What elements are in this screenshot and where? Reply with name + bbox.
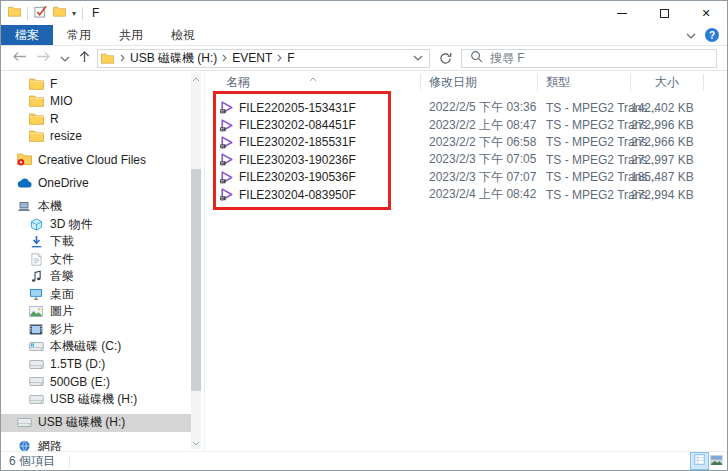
sidebar-item-1-5tb-d-[interactable]: 1.5TB (D:) [1, 356, 191, 374]
sidebar-item--[interactable]: 文件 [1, 251, 191, 269]
scroll-down-icon[interactable] [191, 438, 201, 449]
address-bar[interactable]: USB 磁碟機 (H:)EVENTF [97, 49, 430, 68]
breadcrumb-segment[interactable]: EVENT [230, 51, 274, 65]
qat-dropdown-icon[interactable]: ▾ [72, 9, 76, 18]
sidebar-scrollbar[interactable] [191, 74, 201, 449]
search-input[interactable] [490, 51, 716, 65]
sidebar-item--[interactable]: 圖片 [1, 303, 191, 321]
back-icon[interactable] [12, 51, 27, 65]
properties-checkbox-icon[interactable] [34, 5, 47, 21]
file-row[interactable]: FILE230204-083950F2023/2/4 上午 08:42TS - … [205, 186, 727, 203]
file-name-cell[interactable]: FILE230202-185531F [205, 135, 421, 149]
ribbon-tab-4[interactable]: 檢視 [157, 25, 209, 45]
up-icon[interactable] [79, 50, 90, 66]
sidebar-item-resize[interactable]: resize [1, 128, 191, 146]
usb-drive-icon [16, 418, 32, 427]
forward-icon[interactable] [36, 51, 51, 65]
scrollbar-thumb[interactable] [191, 169, 201, 391]
file-name: FILE230203-190536F [239, 170, 356, 184]
scroll-up-icon[interactable] [191, 74, 201, 85]
toolbar-separator [27, 7, 28, 20]
breadcrumb-segment[interactable]: USB 磁碟機 (H:) [128, 50, 219, 67]
refresh-icon[interactable] [430, 52, 461, 65]
ribbon-tab-1[interactable]: 檔案 [1, 25, 53, 45]
file-name-cell[interactable]: FILE230203-190236F [205, 153, 421, 167]
file-list-pane: 名稱 修改日期 類型 大小 FILE220205-153431F2022/2/5… [204, 72, 727, 451]
sidebar-item-500gb-e-[interactable]: 500GB (E:) [1, 373, 191, 391]
sidebar-item--c-[interactable]: 本機磁碟 (C:) [1, 338, 191, 356]
sidebar-item-mio[interactable]: MIO [1, 93, 191, 111]
sidebar-item-label: 文件 [50, 251, 74, 268]
sidebar-item-onedrive[interactable]: OneDrive [1, 175, 191, 193]
new-folder-icon[interactable] [53, 6, 66, 20]
sidebar-item-f[interactable]: F [1, 75, 191, 93]
sidebar-item-label: 音樂 [50, 268, 74, 285]
usb-drive-icon [28, 395, 44, 404]
file-row[interactable]: FILE220205-153431F2022/2/5 下午 03:36TS - … [205, 99, 727, 116]
thumbnail-view-button[interactable] [708, 453, 725, 469]
disk-icon [28, 377, 44, 386]
column-header-name[interactable]: 名稱 [205, 74, 421, 91]
file-size: 272,996 KB [631, 118, 704, 132]
sidebar-item--[interactable]: 音樂 [1, 268, 191, 286]
sidebar-item-creative-cloud-files[interactable]: Creative Cloud Files [1, 151, 191, 169]
documents-icon [28, 253, 44, 266]
address-dropdown-icon[interactable] [413, 55, 429, 61]
file-name: FILE230204-083950F [239, 188, 356, 202]
file-name-cell[interactable]: FILE230204-083950F [205, 188, 421, 202]
column-header-size[interactable]: 大小 [631, 74, 704, 91]
close-button[interactable]: ✕ [685, 1, 727, 25]
column-header-type[interactable]: 類型 [538, 74, 631, 91]
file-row[interactable]: FILE230203-190236F2023/2/3 下午 07:05TS - … [205, 151, 727, 168]
sidebar-item-3d-[interactable]: 3D 物件 [1, 216, 191, 234]
minimize-button[interactable] [601, 1, 643, 25]
breadcrumb-segment[interactable]: F [285, 51, 296, 65]
sidebar-item-label: 3D 物件 [50, 216, 93, 233]
sidebar-item-usb-h-[interactable]: USB 磁碟機 (H:) [1, 414, 191, 432]
details-view-button[interactable] [691, 453, 708, 469]
file-name-cell[interactable]: FILE230203-190536F [205, 170, 421, 184]
sidebar-item--[interactable]: 本機 [1, 198, 191, 216]
help-icon[interactable]: ? [705, 28, 719, 42]
ribbon-tab-3[interactable]: 共用 [105, 25, 157, 45]
sidebar-item--[interactable]: 下載 [1, 233, 191, 251]
search-box [461, 49, 717, 68]
breadcrumb-chevron-icon[interactable] [219, 54, 230, 62]
ribbon-collapse-icon[interactable] [686, 28, 696, 42]
video-file-icon [218, 188, 234, 201]
sidebar-item--[interactable]: 桌面 [1, 286, 191, 304]
nav-buttons [1, 50, 97, 66]
sidebar-item--[interactable]: 影片 [1, 321, 191, 339]
recent-locations-icon[interactable] [60, 51, 70, 65]
pictures-icon [28, 306, 44, 317]
downloads-icon [28, 235, 44, 248]
file-date-modified: 2022/2/5 下午 03:36 [421, 99, 538, 116]
sidebar-item-label: resize [50, 129, 82, 143]
file-row[interactable]: FILE230202-185531F2023/2/2 下午 06:58TS - … [205, 134, 727, 151]
column-headers: 名稱 修改日期 類型 大小 [205, 72, 727, 92]
videos-icon [28, 324, 44, 335]
file-size: 272,994 KB [631, 188, 704, 202]
this-pc-icon [16, 201, 32, 212]
sidebar-item-r[interactable]: R [1, 110, 191, 128]
file-row[interactable]: FILE230203-190536F2023/2/3 下午 07:07TS - … [205, 169, 727, 186]
quick-access-toolbar: ▾ F [1, 5, 99, 21]
breadcrumb-chevron-icon[interactable] [274, 54, 285, 62]
sidebar-item-label: Creative Cloud Files [38, 153, 146, 167]
file-name-cell[interactable]: FILE220205-153431F [205, 101, 421, 115]
sidebar-item-label: 影片 [50, 321, 74, 338]
file-date-modified: 2023/2/2 上午 08:47 [421, 117, 538, 134]
folder-icon [28, 113, 44, 125]
maximize-button[interactable] [643, 1, 685, 25]
file-date-modified: 2023/2/3 下午 07:05 [421, 151, 538, 168]
breadcrumb-chevron-icon [117, 54, 128, 62]
video-file-icon [218, 136, 234, 149]
file-type: TS - MPEG2 Trans... [538, 118, 631, 132]
ribbon-tab-2[interactable]: 常用 [53, 25, 105, 45]
file-name-cell[interactable]: FILE230202-084451F [205, 118, 421, 132]
toolbar-separator [82, 7, 83, 20]
column-header-date-modified[interactable]: 修改日期 [421, 74, 538, 91]
file-row[interactable]: FILE230202-084451F2023/2/2 上午 08:47TS - … [205, 116, 727, 133]
sidebar-item-usb-h-[interactable]: USB 磁碟機 (H:) [1, 391, 191, 409]
sidebar-item-label: 本機磁碟 (C:) [50, 338, 121, 355]
